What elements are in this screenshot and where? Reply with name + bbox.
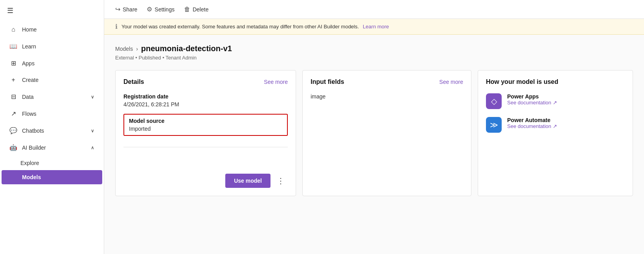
model-source-highlight: Model source Imported	[123, 114, 288, 136]
details-see-more[interactable]: See more	[264, 79, 288, 85]
sidebar-item-learn[interactable]: 📖 Learn	[2, 38, 102, 55]
sidebar-item-label: Data	[22, 94, 34, 100]
learn-icon: 📖	[9, 43, 17, 50]
power-apps-text: Power Apps See documentation ↗	[507, 93, 557, 106]
sidebar-item-create[interactable]: + Create	[2, 72, 102, 88]
model-source-value: Imported	[129, 126, 282, 132]
sidebar-item-label: AI Builder	[22, 145, 46, 151]
breadcrumb: Models › pneumonia-detection-v1	[115, 44, 633, 53]
sidebar: ☰ ⌂ Home 📖 Learn ⊞ Apps + Create ⊟ Data …	[0, 0, 104, 254]
details-title: Details	[123, 78, 144, 85]
power-automate-text: Power Automate See documentation ↗	[507, 117, 557, 129]
input-fields-card: Input fields See more image	[302, 70, 471, 196]
power-automate-name: Power Automate	[507, 117, 557, 123]
delete-label: Delete	[193, 6, 208, 13]
page-subtitle: External • Published • Tenant Admin	[115, 55, 633, 61]
sidebar-item-label: Learn	[22, 43, 36, 50]
info-banner: ℹ Your model was created externally. Som…	[104, 19, 644, 35]
sidebar-nav: ⌂ Home 📖 Learn ⊞ Apps + Create ⊟ Data ∨ …	[0, 21, 104, 254]
page-content: Models › pneumonia-detection-v1 External…	[104, 35, 644, 254]
sidebar-item-label: Flows	[22, 111, 37, 117]
settings-icon: ⚙	[147, 6, 152, 13]
chevron-down-icon: ∨	[91, 128, 94, 133]
breadcrumb-current: pneumonia-detection-v1	[141, 44, 232, 53]
more-options-button[interactable]: ⋮	[274, 174, 288, 188]
chatbots-icon: 💬	[9, 127, 17, 134]
explore-label: Explore	[20, 160, 39, 166]
how-used-card: How your model is used ◇ Power Apps See …	[478, 70, 633, 196]
power-automate-item: ≫ Power Automate See documentation ↗	[486, 117, 625, 133]
settings-button[interactable]: ⚙ Settings	[147, 6, 175, 13]
power-apps-doc-label: See documentation	[507, 100, 551, 106]
sidebar-item-label: Chatbots	[22, 128, 44, 134]
hamburger-icon[interactable]: ☰	[7, 6, 13, 15]
toolbar: ↪ Share ⚙ Settings 🗑 Delete	[104, 0, 644, 19]
external-link-icon: ↗	[553, 123, 557, 129]
input-field-value: image	[311, 93, 463, 100]
chevron-up-icon: ∧	[91, 145, 94, 150]
input-fields-see-more[interactable]: See more	[439, 79, 463, 85]
banner-message: Your model was created externally. Some …	[121, 24, 359, 30]
share-icon: ↪	[115, 6, 120, 13]
sidebar-item-label: Create	[22, 77, 39, 83]
sidebar-header: ☰	[0, 0, 104, 21]
sidebar-item-home[interactable]: ⌂ Home	[2, 21, 102, 38]
details-card-header: Details See more	[123, 78, 288, 85]
create-icon: +	[9, 76, 17, 83]
info-icon: ℹ	[115, 23, 118, 30]
power-automate-icon: ≫	[486, 117, 502, 133]
cards-row: Details See more Registration date 4/26/…	[115, 70, 633, 196]
power-apps-item: ◇ Power Apps See documentation ↗	[486, 93, 625, 109]
apps-icon: ⊞	[9, 59, 17, 67]
sidebar-item-flows[interactable]: ↗ Flows	[2, 105, 102, 122]
external-link-icon: ↗	[553, 100, 557, 106]
registration-label: Registration date	[123, 93, 288, 100]
sidebar-item-chatbots[interactable]: 💬 Chatbots ∨	[2, 122, 102, 139]
sidebar-item-aibuilder[interactable]: 🤖 AI Builder ∧	[2, 139, 102, 156]
delete-icon: 🗑	[184, 6, 190, 13]
details-card: Details See more Registration date 4/26/…	[115, 70, 296, 196]
registration-value: 4/26/2021, 6:28:21 PM	[123, 101, 288, 108]
aibuilder-icon: 🤖	[9, 144, 17, 151]
power-automate-doc-link[interactable]: See documentation ↗	[507, 123, 557, 129]
sidebar-subitem-models[interactable]: Models	[2, 170, 102, 184]
card-divider	[123, 147, 288, 147]
data-icon: ⊟	[9, 93, 17, 100]
card-footer: Use model ⋮	[123, 167, 288, 188]
how-used-card-header: How your model is used	[486, 78, 625, 85]
sidebar-item-label: Apps	[22, 60, 35, 67]
settings-label: Settings	[155, 6, 175, 13]
share-label: Share	[123, 6, 137, 13]
chevron-down-icon: ∨	[91, 94, 94, 100]
power-automate-doc-label: See documentation	[507, 123, 551, 129]
power-apps-name: Power Apps	[507, 93, 557, 100]
delete-button[interactable]: 🗑 Delete	[184, 6, 208, 13]
flows-icon: ↗	[9, 110, 17, 117]
breadcrumb-parent[interactable]: Models	[115, 46, 133, 52]
share-button[interactable]: ↪ Share	[115, 6, 137, 13]
breadcrumb-separator: ›	[136, 46, 138, 52]
power-apps-doc-link[interactable]: See documentation ↗	[507, 100, 557, 106]
sidebar-subitem-explore[interactable]: Explore	[0, 156, 104, 170]
models-label: Models	[22, 174, 41, 180]
sidebar-item-label: Home	[22, 26, 37, 33]
sidebar-item-data[interactable]: ⊟ Data ∨	[2, 88, 102, 105]
main-content: ↪ Share ⚙ Settings 🗑 Delete ℹ Your model…	[104, 0, 644, 254]
model-source-label: Model source	[129, 118, 282, 124]
input-fields-card-header: Input fields See more	[311, 78, 463, 85]
sidebar-item-apps[interactable]: ⊞ Apps	[2, 55, 102, 72]
how-used-title: How your model is used	[486, 78, 558, 85]
power-apps-icon: ◇	[486, 93, 502, 109]
home-icon: ⌂	[9, 26, 17, 33]
input-fields-title: Input fields	[311, 78, 344, 85]
learn-more-link[interactable]: Learn more	[363, 24, 389, 30]
use-model-button[interactable]: Use model	[225, 174, 270, 188]
